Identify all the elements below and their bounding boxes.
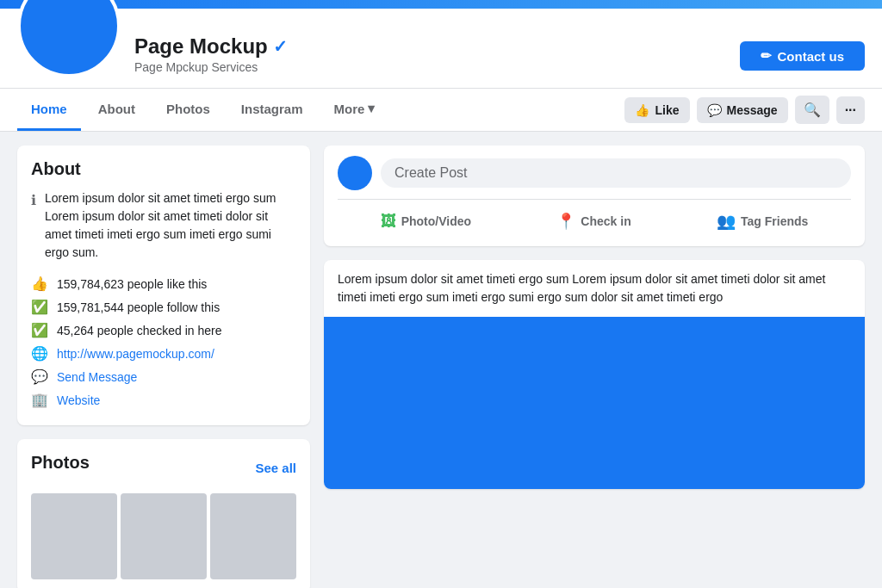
verified-badge: ✓ xyxy=(273,36,288,57)
checkin-stat: ✅ 45,264 people checked in here xyxy=(31,319,296,342)
post-text: Lorem ipsum dolor sit amet timeti ergo s… xyxy=(324,260,865,317)
nav-tabs-right: 👍 Like 💬 Message 🔍 ··· xyxy=(624,96,865,124)
about-text: Lorem ipsum dolor sit amet timeti ergo s… xyxy=(45,189,296,262)
photo-thumb-1[interactable] xyxy=(31,493,117,579)
check-in-button[interactable]: 📍 Check in xyxy=(543,207,644,236)
website-icon: 🏢 xyxy=(31,392,48,408)
feed-avatar xyxy=(338,156,372,190)
avatar xyxy=(17,0,121,77)
tab-instagram[interactable]: Instagram xyxy=(227,90,317,131)
profile-section: Page Mockup ✓ Page Mpckup Services ✏ Con… xyxy=(0,9,882,88)
about-card: About ℹ Lorem ipsum dolor sit amet timet… xyxy=(17,145,310,425)
info-icon: ℹ xyxy=(31,190,36,211)
likes-text: 159,784,623 people like this xyxy=(57,277,207,291)
send-message-link[interactable]: 💬 Send Message xyxy=(31,365,296,388)
sidebar: About ℹ Lorem ipsum dolor sit amet timet… xyxy=(17,145,310,588)
chevron-down-icon: ▾ xyxy=(368,101,375,116)
more-options-button[interactable]: ··· xyxy=(836,96,865,124)
tag-friends-icon: 👥 xyxy=(717,212,736,231)
photo-video-icon: 🖼 xyxy=(381,213,396,231)
contact-button[interactable]: ✏ Contact us xyxy=(740,41,865,71)
photo-thumb-2[interactable] xyxy=(121,493,207,579)
photos-grid xyxy=(31,493,296,579)
send-message-text: Send Message xyxy=(57,370,137,384)
navigation-tabs: Home About Photos Instagram More ▾ 👍 Lik… xyxy=(0,89,882,132)
website-link[interactable]: 🌐 http://www.pagemockup.com/ xyxy=(31,342,296,365)
like-label: Like xyxy=(655,103,679,117)
profile-subtitle: Page Mpckup Services xyxy=(134,60,726,74)
about-description: ℹ Lorem ipsum dolor sit amet timeti ergo… xyxy=(31,189,296,262)
website-url: http://www.pagemockup.com/ xyxy=(57,347,214,361)
photos-header: Photos See all xyxy=(31,453,296,483)
photo-video-label: Photo/Video xyxy=(401,214,471,228)
website-link-2[interactable]: 🏢 Website xyxy=(31,388,296,412)
create-post-top: Create Post xyxy=(338,156,851,190)
tab-more[interactable]: More ▾ xyxy=(320,89,389,131)
check-in-icon: 📍 xyxy=(556,212,575,231)
likes-stat: 👍 159,784,623 people like this xyxy=(31,272,296,295)
feed: Create Post 🖼 Photo/Video 📍 Check in 👥 T… xyxy=(324,145,865,588)
messenger-icon: 💬 xyxy=(707,103,722,117)
post-card: Lorem ipsum dolor sit amet timeti ergo s… xyxy=(324,260,865,489)
like-icon: 👍 xyxy=(635,103,649,117)
website-text: Website xyxy=(57,393,100,407)
followers-text: 159,781,544 people follow this xyxy=(57,300,220,314)
profile-actions: ✏ Contact us xyxy=(740,41,865,77)
message-label: Message xyxy=(727,103,778,117)
globe-icon: 🌐 xyxy=(31,345,48,362)
photo-video-button[interactable]: 🖼 Photo/Video xyxy=(367,207,485,236)
photo-thumb-3[interactable] xyxy=(210,493,296,579)
search-icon: 🔍 xyxy=(804,102,821,117)
messenger-link-icon: 💬 xyxy=(31,368,48,385)
message-button[interactable]: 💬 Message xyxy=(697,97,788,123)
nav-tabs-left: Home About Photos Instagram More ▾ xyxy=(17,89,388,131)
tab-home[interactable]: Home xyxy=(17,90,81,131)
followers-stat: ✅ 159,781,544 people follow this xyxy=(31,295,296,319)
create-post-placeholder: Create Post xyxy=(394,165,467,180)
post-image xyxy=(324,317,865,489)
see-all-photos-link[interactable]: See all xyxy=(255,461,296,475)
profile-info: Page Mockup ✓ Page Mpckup Services xyxy=(134,34,726,77)
check-in-label: Check in xyxy=(581,214,630,228)
main-content: About ℹ Lorem ipsum dolor sit amet timet… xyxy=(0,132,882,588)
like-button[interactable]: 👍 Like xyxy=(624,97,689,123)
contact-label: Contact us xyxy=(777,49,844,64)
ellipsis-icon: ··· xyxy=(845,102,856,117)
tag-friends-button[interactable]: 👥 Tag Friends xyxy=(703,207,822,236)
page-title: Page Mockup xyxy=(134,34,268,59)
search-button[interactable]: 🔍 xyxy=(795,96,829,124)
photos-title: Photos xyxy=(31,453,90,473)
like-stat-icon: 👍 xyxy=(31,275,48,292)
checkin-stat-icon: ✅ xyxy=(31,322,48,338)
tab-about[interactable]: About xyxy=(84,90,149,131)
profile-name: Page Mockup ✓ xyxy=(134,34,726,59)
photos-card: Photos See all xyxy=(17,439,310,588)
tag-friends-label: Tag Friends xyxy=(741,214,808,228)
contact-icon: ✏ xyxy=(761,48,772,64)
create-post-actions: 🖼 Photo/Video 📍 Check in 👥 Tag Friends xyxy=(338,199,851,236)
cover-image xyxy=(0,0,882,9)
tab-photos[interactable]: Photos xyxy=(152,90,224,131)
create-post-card: Create Post 🖼 Photo/Video 📍 Check in 👥 T… xyxy=(324,145,865,246)
follow-stat-icon: ✅ xyxy=(31,299,48,315)
about-title: About xyxy=(31,159,296,179)
checkin-text: 45,264 people checked in here xyxy=(57,324,221,337)
create-post-input[interactable]: Create Post xyxy=(381,158,851,188)
